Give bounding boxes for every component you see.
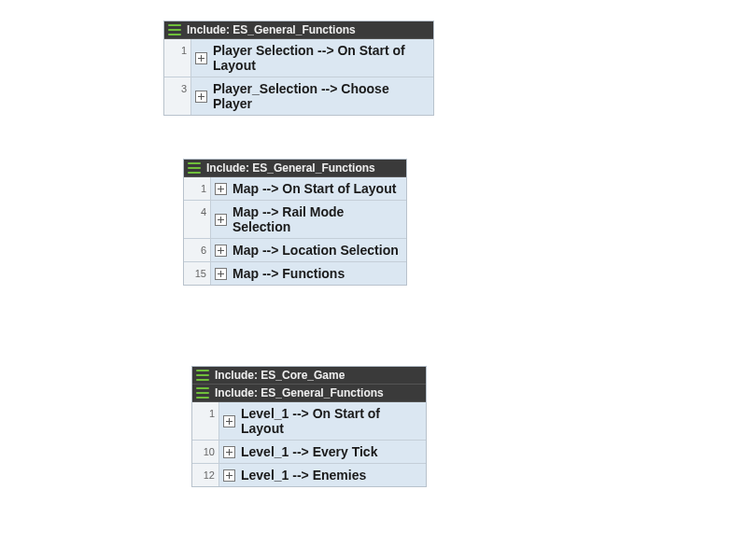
group-title: Map --> On Start of Layout [233,181,396,196]
expand-icon[interactable] [223,415,235,427]
include-label: Include: ES_General_Functions [187,23,356,36]
event-group-row[interactable]: 4Map --> Rail Mode Selection [184,201,406,239]
group-cell[interactable]: Level_1 --> Every Tick [219,441,426,463]
event-sheet-panel: Include: ES_Core_GameInclude: ES_General… [191,366,427,487]
group-cell[interactable]: Map --> On Start of Layout [211,177,406,200]
expand-icon[interactable] [215,268,227,280]
event-group-row[interactable]: 12Level_1 --> Enemies [192,464,426,486]
group-cell[interactable]: Map --> Location Selection [211,239,406,261]
line-number: 12 [192,464,219,486]
include-bar[interactable]: Include: ES_General_Functions [192,385,426,402]
group-title: Map --> Rail Mode Selection [233,204,401,234]
include-label: Include: ES_Core_Game [215,369,345,382]
expand-icon[interactable] [215,183,227,195]
line-number: 1 [164,39,191,77]
line-number: 1 [184,177,211,200]
event-sheet-icon [196,370,209,381]
group-title: Player Selection --> On Start of Layout [213,43,428,73]
include-bar[interactable]: Include: ES_General_Functions [184,160,406,177]
group-cell[interactable]: Level_1 --> Enemies [219,464,426,486]
event-group-row[interactable]: 1Player Selection --> On Start of Layout [164,39,433,77]
event-sheet-icon [196,387,209,399]
expand-icon[interactable] [195,91,207,103]
include-bar[interactable]: Include: ES_Core_Game [192,367,426,385]
event-group-row[interactable]: 15Map --> Functions [184,262,406,285]
expand-icon[interactable] [223,446,235,458]
line-number: 3 [164,77,191,115]
group-cell[interactable]: Map --> Functions [211,262,406,285]
expand-icon[interactable] [215,245,227,257]
include-label: Include: ES_General_Functions [215,386,384,399]
event-group-row[interactable]: 10Level_1 --> Every Tick [192,441,426,464]
event-group-row[interactable]: 1Map --> On Start of Layout [184,177,406,201]
group-cell[interactable]: Player Selection --> On Start of Layout [191,39,433,77]
group-cell[interactable]: Level_1 --> On Start of Layout [219,402,426,440]
expand-icon[interactable] [195,52,207,64]
event-group-row[interactable]: 3Player_Selection --> Choose Player [164,77,433,115]
include-label: Include: ES_General_Functions [206,161,375,175]
event-sheet-panel: Include: ES_General_Functions1Map --> On… [183,159,407,286]
include-bar[interactable]: Include: ES_General_Functions [164,21,433,39]
group-title: Map --> Location Selection [233,243,399,258]
event-sheet-panel: Include: ES_General_Functions1Player Sel… [163,21,434,116]
line-number: 15 [184,262,211,285]
line-number: 6 [184,239,211,261]
group-title: Level_1 --> On Start of Layout [241,406,420,436]
event-sheet-icon [188,162,201,174]
line-number: 4 [184,201,211,238]
line-number: 10 [192,441,219,463]
group-title: Level_1 --> Every Tick [241,444,377,459]
event-sheet-icon [168,24,181,35]
event-group-row[interactable]: 6Map --> Location Selection [184,239,406,262]
group-title: Level_1 --> Enemies [241,468,366,483]
group-cell[interactable]: Player_Selection --> Choose Player [191,77,433,115]
group-title: Map --> Functions [233,266,345,281]
group-cell[interactable]: Map --> Rail Mode Selection [211,201,406,238]
expand-icon[interactable] [215,214,227,226]
expand-icon[interactable] [223,469,235,482]
group-title: Player_Selection --> Choose Player [213,81,428,111]
line-number: 1 [192,402,219,440]
event-group-row[interactable]: 1Level_1 --> On Start of Layout [192,402,426,441]
